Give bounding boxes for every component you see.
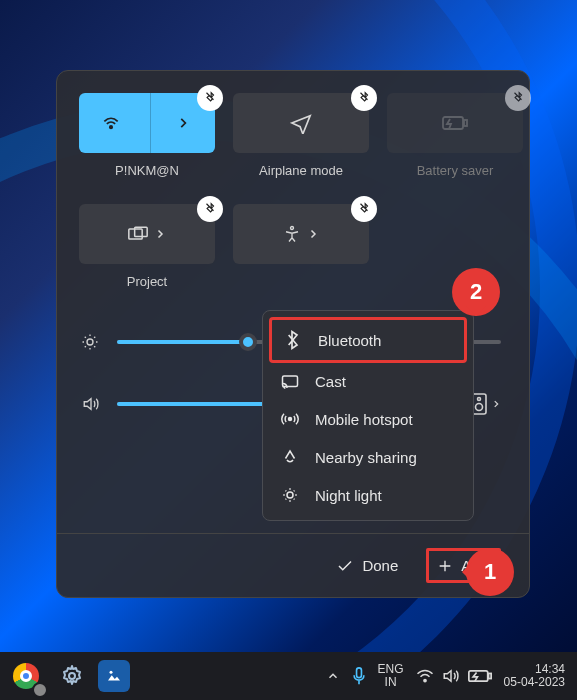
- wifi-icon: [416, 669, 434, 683]
- airplane-icon: [290, 112, 312, 134]
- unpin-badge[interactable]: [197, 85, 223, 111]
- bluetooth-icon: [284, 330, 304, 350]
- add-context-menu: Bluetooth Cast Mobile hotspot Nearby sha…: [262, 310, 474, 521]
- menu-item-hotspot[interactable]: Mobile hotspot: [269, 400, 467, 438]
- svg-rect-18: [488, 673, 491, 678]
- svg-point-0: [110, 126, 113, 129]
- tray-overflow-button[interactable]: [326, 669, 340, 683]
- night-light-icon: [281, 486, 301, 504]
- svg-point-8: [478, 398, 481, 401]
- wifi-icon: [101, 113, 121, 133]
- wifi-tile-label: P!NKM@N: [115, 163, 179, 178]
- unpin-icon: [511, 91, 525, 105]
- svg-rect-10: [283, 376, 298, 387]
- accessibility-icon: [283, 225, 301, 243]
- chevron-right-icon: [491, 399, 501, 409]
- battery-saver-tile-label: Battery saver: [417, 163, 494, 178]
- done-button[interactable]: Done: [336, 557, 398, 575]
- project-icon: [128, 226, 148, 242]
- menu-item-cast[interactable]: Cast: [269, 363, 467, 400]
- menu-item-nearby[interactable]: Nearby sharing: [269, 438, 467, 476]
- airplane-tile-label: Airplane mode: [259, 163, 343, 178]
- wifi-tile[interactable]: [79, 93, 215, 153]
- profile-avatar-icon: [32, 682, 48, 698]
- microphone-icon: [352, 667, 366, 685]
- tray-language[interactable]: ENG IN: [378, 663, 404, 689]
- project-tile[interactable]: [79, 204, 215, 264]
- annotation-callout-2: 2: [452, 268, 500, 316]
- nearby-sharing-icon: [281, 448, 301, 466]
- menu-item-nightlight[interactable]: Night light: [269, 476, 467, 514]
- battery-saver-icon: [442, 113, 468, 133]
- svg-rect-2: [464, 120, 467, 126]
- menu-item-label: Nearby sharing: [315, 449, 417, 466]
- unpin-badge[interactable]: [351, 196, 377, 222]
- svg-point-12: [287, 492, 293, 498]
- wifi-toggle-half[interactable]: [79, 93, 144, 153]
- audio-output-button[interactable]: [471, 393, 501, 415]
- taskbar-photos[interactable]: [98, 660, 130, 692]
- tray-system-icons[interactable]: [416, 668, 492, 684]
- tray-microphone[interactable]: [352, 667, 366, 685]
- chevron-up-icon: [326, 669, 340, 683]
- volume-icon: [442, 668, 460, 684]
- plus-icon: [437, 558, 453, 574]
- taskbar-settings[interactable]: [52, 656, 92, 696]
- chevron-right-icon: [154, 228, 166, 240]
- unpin-badge[interactable]: [505, 85, 531, 111]
- svg-rect-3: [129, 229, 142, 239]
- unpin-icon: [203, 202, 217, 216]
- unpin-badge[interactable]: [197, 196, 223, 222]
- svg-point-11: [289, 418, 292, 421]
- svg-point-6: [87, 339, 93, 345]
- project-tile-label: Project: [127, 274, 167, 289]
- svg-point-5: [291, 227, 294, 230]
- taskbar: ENG IN 14:34 05-04-2023: [0, 652, 577, 700]
- hotspot-icon: [281, 410, 301, 428]
- svg-point-9: [476, 404, 483, 411]
- battery-icon: [468, 669, 492, 683]
- menu-item-label: Cast: [315, 373, 346, 390]
- brightness-icon: [81, 333, 103, 351]
- unpin-badge[interactable]: [351, 85, 377, 111]
- unpin-icon: [357, 202, 371, 216]
- airplane-tile[interactable]: [233, 93, 369, 153]
- svg-rect-1: [443, 117, 463, 129]
- volume-icon: [81, 395, 103, 413]
- unpin-icon: [203, 91, 217, 105]
- svg-point-14: [110, 671, 113, 674]
- chevron-right-icon: [176, 116, 190, 130]
- svg-rect-15: [356, 668, 361, 678]
- accessibility-tile[interactable]: [233, 204, 369, 264]
- check-icon: [336, 557, 354, 575]
- svg-point-16: [423, 679, 425, 681]
- svg-point-13: [69, 673, 75, 679]
- menu-item-bluetooth[interactable]: Bluetooth: [269, 317, 467, 363]
- tile-row-1: P!NKM@N Airplane mode Battery saver: [79, 93, 507, 178]
- menu-item-label: Night light: [315, 487, 382, 504]
- chevron-right-icon: [307, 228, 319, 240]
- taskbar-chrome[interactable]: [6, 656, 46, 696]
- cast-icon: [281, 374, 301, 390]
- menu-item-label: Mobile hotspot: [315, 411, 413, 428]
- battery-saver-tile[interactable]: [387, 93, 523, 153]
- annotation-callout-1: 1: [466, 548, 514, 596]
- done-label: Done: [362, 557, 398, 574]
- photos-icon: [105, 667, 123, 685]
- tray-clock[interactable]: 14:34 05-04-2023: [504, 663, 565, 689]
- gear-icon: [60, 664, 84, 688]
- menu-item-label: Bluetooth: [318, 332, 381, 349]
- tile-row-2: Project: [79, 204, 507, 289]
- unpin-icon: [357, 91, 371, 105]
